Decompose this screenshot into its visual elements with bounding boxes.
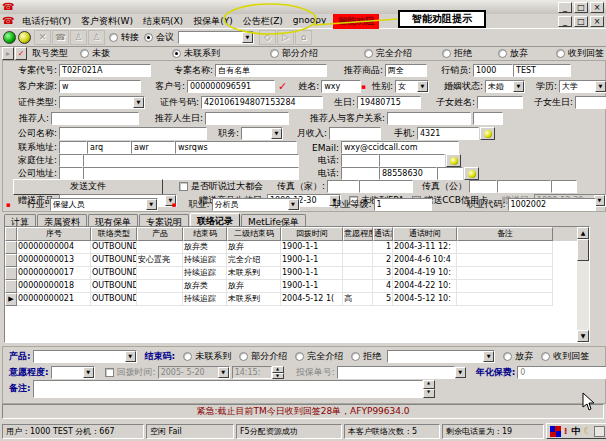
end-code-option[interactable]: 收到回签 [541,350,589,363]
child-name-input[interactable] [477,96,523,109]
occ-level-input[interactable] [374,198,432,211]
dial-type-option[interactable]: 收到回签 [556,47,604,60]
referrer-rel-input2[interactable] [473,112,503,125]
child-minimize-button[interactable]: _ [558,16,572,27]
name-input[interactable] [321,80,361,93]
occupation-select[interactable]: 分析员 ▼ [212,198,300,211]
fax-home-input1[interactable] [327,180,359,193]
product-select[interactable]: ▼ [33,350,137,363]
menu-item-smart-dissuade[interactable]: 智能劝阻 [333,14,379,29]
fax-office-input1[interactable] [469,180,497,193]
dial-type-option[interactable]: 拒绝 [442,47,472,60]
reject-reason-select[interactable]: ▼ [387,350,495,363]
end-code-option[interactable]: 放弃 [503,350,533,363]
dial-type-option[interactable]: 完全介绍 [364,47,412,60]
conference-option[interactable]: 会议 [144,31,174,44]
policy-input[interactable] [337,366,455,379]
language-bar[interactable]: ⁝ 中 ☾ ? ⁝ [546,423,606,439]
tab-3[interactable]: 专案说明 [139,214,189,226]
table-row[interactable]: 00000000004OUTBOUND放弃类放弃1900-1-112004-3-… [5,241,589,254]
home-icon[interactable]: ⌂ [295,30,312,45]
premium-input[interactable] [517,366,606,379]
fax-office-input3[interactable] [551,180,577,193]
tab-1[interactable]: 亲属资料 [37,214,87,226]
agent-icon[interactable]: ♙ [70,30,87,45]
dial-type-option[interactable]: 放弃 [498,47,528,60]
email-input[interactable] [341,141,459,154]
end-code-option[interactable]: 拒绝 [351,350,381,363]
home-addr-input2[interactable] [83,154,299,167]
step-down-icon[interactable]: ▼ [423,389,435,398]
agent-id-input[interactable] [473,64,513,77]
scroll-up-icon[interactable]: ▲ [577,227,589,239]
child-restore-button[interactable]: □ [574,16,588,27]
language-indicator[interactable]: 中 [571,425,580,438]
contact-addr-input3[interactable] [131,141,175,154]
dial-icon[interactable] [446,154,461,167]
mobile-input[interactable] [417,127,479,140]
phone1-input1[interactable] [341,154,379,167]
tab-4[interactable]: 联络记录 [190,213,240,226]
step-up-icon[interactable]: ▲ [423,380,435,389]
transfer-option[interactable]: 转接 [109,31,139,44]
callback-date-select[interactable]: 2005- 5-20 ▼ [158,366,230,379]
menu-item[interactable]: 电话行销(Y) [17,14,76,29]
table-row[interactable]: 00000000013OUTBOUND安心置亮持续追踪完全介绍1900-1-12… [5,254,589,267]
child-close-button[interactable]: × [590,16,604,27]
grid-scrollbar[interactable]: ▲ ▼ [577,227,589,342]
table-row[interactable]: 00000000018OUTBOUND放弃类放弃1900-1-142004-4-… [5,280,589,293]
rec-product-input[interactable] [385,64,427,77]
moon-icon[interactable]: ☾ [583,426,591,436]
confirm-check-icon[interactable]: ✓ [15,47,27,60]
job-select[interactable]: ▼ [241,127,283,140]
cust-no-input[interactable] [187,80,275,93]
contact-addr-input1[interactable] [59,141,87,154]
phone2-input1[interactable] [341,167,379,180]
menu-item[interactable]: 公告栏(Z) [238,14,288,29]
send-file-button[interactable]: 发送文件 [13,179,163,195]
referrer-rel-input[interactable] [387,112,471,125]
referrer-input[interactable] [51,112,139,125]
scroll-down-icon[interactable]: ▼ [577,330,589,342]
contact-addr-input4[interactable] [175,141,297,154]
agent2-icon[interactable]: ♙ [88,30,105,45]
birthday-input[interactable] [357,96,421,109]
callback-checkbox[interactable] [105,368,114,377]
industry-select[interactable]: 保健人员 ▼ [50,198,158,211]
gender-select[interactable]: 女 ▼ [395,80,429,93]
dial-type-option[interactable]: 未联系到 [172,47,220,60]
table-row[interactable]: ▶00000000021OUTBOUND持续追踪未联系到2004-5-12 1(… [5,293,589,306]
callback-time-input[interactable] [232,366,272,379]
phone1-input2[interactable] [379,154,445,167]
case-name-input[interactable] [215,64,327,77]
id-type-select[interactable]: ▼ [59,96,145,109]
education-select[interactable]: 大学 ▼ [559,80,606,93]
contact-addr-input2[interactable] [87,141,131,154]
green-lamp-icon[interactable] [3,31,16,44]
menu-item[interactable]: 客户资料(W) [76,14,138,29]
fax-home-input2[interactable] [359,180,413,193]
agent-name-input[interactable] [513,64,571,77]
home-addr-input1[interactable] [59,154,83,167]
close-button[interactable]: × [590,2,604,13]
note-textarea[interactable] [33,380,423,398]
phone2-input2[interactable] [379,167,437,180]
ime-mode-icon[interactable]: ⁝ [564,426,567,436]
end-code-option[interactable]: 部分介绍 [239,350,287,363]
phone2-input3[interactable] [437,167,463,180]
fax-office-input2[interactable] [497,180,551,193]
step-down-icon[interactable]: ▼ [272,373,284,380]
phone-icon[interactable]: ☎ [52,30,69,45]
tab-2[interactable]: 现有保单 [88,214,138,226]
willing-select[interactable]: ▼ [51,366,95,379]
forward-icon[interactable]: ▷ [277,30,294,45]
end-code-option[interactable]: 完全介绍 [295,350,343,363]
note-stepper[interactable]: ▲ ▼ [423,380,435,398]
verify-check-icon[interactable]: ✓ [278,80,287,93]
heard-metro-option[interactable]: 是否听说过大都会 [179,180,263,193]
menu-item[interactable]: 投保单(Y) [188,14,238,29]
income-input[interactable] [329,127,381,140]
tab-5[interactable]: MetLife保单 [241,214,306,226]
child-birth-input[interactable] [575,96,606,109]
hangup-icon[interactable]: ✕ [34,30,51,45]
